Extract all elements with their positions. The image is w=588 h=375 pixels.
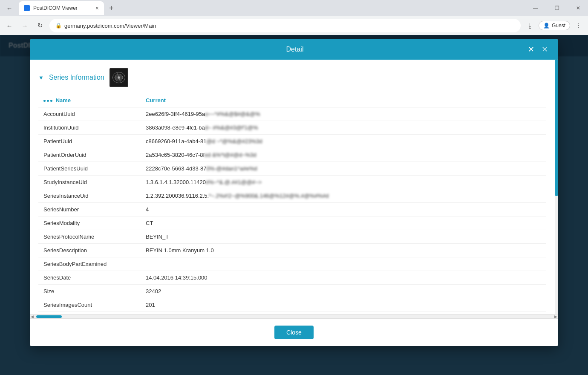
lock-icon: 🔒	[55, 23, 62, 29]
row-value-cell: 32402	[141, 285, 546, 298]
row-value-cell: c8669260-911a-4ab4-81@d ~*@%&@#23%3d	[141, 135, 546, 148]
browser-actions: ⭳ 👤 Guest ⋮	[524, 20, 585, 32]
row-value-cell: 3863a098-e8e9-4fc1-bad~ #%&@#3@f'1@%	[141, 121, 546, 135]
app-background: PostDICOM Patient Search Detail ✕ ✕ ▼	[0, 35, 588, 375]
row-value-cell: 0	[141, 312, 546, 314]
download-button[interactable]: ⭳	[524, 20, 536, 32]
row-value-cell: 14.04.2016 14:39:15.000	[141, 271, 546, 285]
table-row: PatientSeriesUuid2228c70e-5663-4d33-870%…	[38, 162, 546, 176]
modal-header: Detail ✕ ✕	[30, 39, 558, 60]
horizontal-scrollbar[interactable]: ◀ ▶	[30, 314, 558, 318]
browser-controls: ← → ↻ 🔒 germany.postdicom.com/Viewer/Mai…	[0, 16, 588, 35]
row-name-cell: SeriesMediaType	[38, 312, 141, 314]
detail-modal: Detail ✕ ✕ ▼ Series Information	[30, 39, 558, 346]
table-row: StudyInstanceUid1.3.6.1.4.1.32000.11420#…	[38, 176, 546, 189]
section-toggle-button[interactable]: ▼	[38, 75, 44, 81]
row-name-cell: SeriesNumber	[38, 203, 141, 216]
row-name-cell: SeriesModality	[38, 216, 141, 230]
row-name-cell: SeriesBodyPartExamined	[38, 257, 141, 271]
table-row: SeriesProtocolNameBEYIN_T	[38, 230, 546, 244]
row-value-cell: 2ee626f9-3ff4-4619-95ao~~*#%&@$#@&@%	[141, 107, 546, 121]
modal-title: Detail	[64, 46, 526, 53]
row-name-cell: Size	[38, 285, 141, 298]
row-name-cell: SeriesDate	[38, 271, 141, 285]
guest-label: Guest	[552, 23, 565, 29]
row-name-cell: SeriesImagesCount	[38, 298, 141, 312]
h-scroll-thumb	[36, 315, 62, 318]
tab-favicon	[24, 5, 30, 11]
menu-button[interactable]: ⋮	[573, 20, 585, 32]
table-row: SeriesBodyPartExamined	[38, 257, 546, 271]
profile-icon: 👤	[543, 23, 550, 29]
table-row: AccountUuid2ee626f9-3ff4-4619-95ao~~*#%&…	[38, 107, 546, 121]
modal-close-button[interactable]: ✕	[526, 44, 536, 55]
forward-nav-button[interactable]: →	[19, 20, 31, 32]
scroll-thumb	[555, 60, 558, 196]
modal-content-area[interactable]: ▼ Series Information	[30, 60, 555, 314]
row-value-cell: BEYIN_T	[141, 230, 546, 244]
row-name-cell: PatientUuid	[38, 135, 141, 148]
row-value-cell: BEYIN 1.0mm Kranyum 1.0	[141, 244, 546, 257]
table-row: SeriesInstanceUid1.2.392.200036.9116.2.5…	[38, 189, 546, 203]
row-name-cell: SeriesInstanceUid	[38, 189, 141, 203]
section-title: Series Information	[49, 74, 104, 81]
svg-point-3	[118, 76, 120, 78]
minimize-button[interactable]: —	[526, 0, 545, 16]
row-name-cell: StudyInstanceUid	[38, 176, 141, 189]
vertical-scrollbar[interactable]	[555, 60, 558, 314]
address-bar[interactable]: 🔒 germany.postdicom.com/Viewer/Main	[49, 19, 521, 32]
window-controls: — ❐ ✕	[526, 0, 588, 16]
dots-icon	[43, 100, 52, 102]
row-name-cell: InstitutionUuid	[38, 121, 141, 135]
row-value-cell: 2228c70e-5663-4d33-870%-@#dan1^a#e%d	[141, 162, 546, 176]
row-name-cell: AccountUuid	[38, 107, 141, 121]
modal-body: ▼ Series Information	[30, 60, 558, 314]
table-row: SeriesModalityCT	[38, 216, 546, 230]
address-text: germany.postdicom.com/Viewer/Main	[64, 23, 156, 29]
row-value-cell: 201	[141, 298, 546, 312]
series-info-table: Name Current AccountUuid2ee626f9-3ff4-46…	[38, 94, 546, 314]
table-row: Size32402	[38, 285, 546, 298]
browser-chrome: ← PostDICOM Viewer × + — ❐ ✕ ← → ↻ 🔒 ger…	[0, 0, 588, 35]
row-value-cell: 1.2.392.200036.9116.2.5.*~.2%#!2~@%900&.…	[141, 189, 546, 203]
row-value-cell	[141, 257, 546, 271]
col-header-name: Name	[38, 94, 141, 107]
table-row: SeriesNumber4	[38, 203, 546, 216]
new-tab-button[interactable]: +	[109, 4, 114, 13]
row-value-cell: 2a534c65-3820-46c7-8fed &%*t@#@d~%3d	[141, 148, 546, 162]
tab-title: PostDICOM Viewer	[33, 5, 78, 11]
window-close-button[interactable]: ✕	[568, 0, 588, 16]
table-row: PatientOrderUuid2a534c65-3820-46c7-8fed …	[38, 148, 546, 162]
table-row: InstitutionUuid3863a098-e8e9-4fc1-bad~ #…	[38, 121, 546, 135]
row-name-cell: SeriesProtocolName	[38, 230, 141, 244]
refresh-button[interactable]: ↻	[34, 20, 46, 32]
browser-tab[interactable]: PostDICOM Viewer ×	[19, 1, 104, 15]
row-value-cell: 1.3.6.1.4.1.32000.11420#%~*&.@.##1@@#~>	[141, 176, 546, 189]
back-nav-button[interactable]: ←	[3, 20, 15, 32]
row-name-cell: PatientOrderUuid	[38, 148, 141, 162]
tab-close-button[interactable]: ×	[95, 5, 99, 12]
guest-profile-button[interactable]: 👤 Guest	[539, 21, 570, 30]
modal-footer: Close	[30, 318, 558, 346]
close-button[interactable]: Close	[274, 326, 314, 339]
table-row: PatientUuidc8669260-911a-4ab4-81@d ~*@%&…	[38, 135, 546, 148]
table-row: SeriesDescriptionBEYIN 1.0mm Kranyum 1.0	[38, 244, 546, 257]
col-header-current: Current	[141, 94, 546, 107]
table-row: SeriesImagesCount201	[38, 298, 546, 312]
maximize-button[interactable]: ❐	[547, 0, 567, 16]
table-row: SeriesDate14.04.2016 14:39:15.000	[38, 271, 546, 285]
series-section-header: ▼ Series Information	[38, 68, 546, 87]
back-button[interactable]: ←	[3, 2, 15, 14]
series-thumbnail	[110, 68, 128, 87]
row-value-cell: 4	[141, 203, 546, 216]
modal-overlay: Detail ✕ ✕ ▼ Series Information	[0, 35, 588, 375]
table-row: SeriesMediaType0	[38, 312, 546, 314]
row-value-cell: CT	[141, 216, 546, 230]
row-name-cell: SeriesDescription	[38, 244, 141, 257]
row-name-cell: PatientSeriesUuid	[38, 162, 141, 176]
modal-close2-button[interactable]: ✕	[539, 44, 550, 55]
